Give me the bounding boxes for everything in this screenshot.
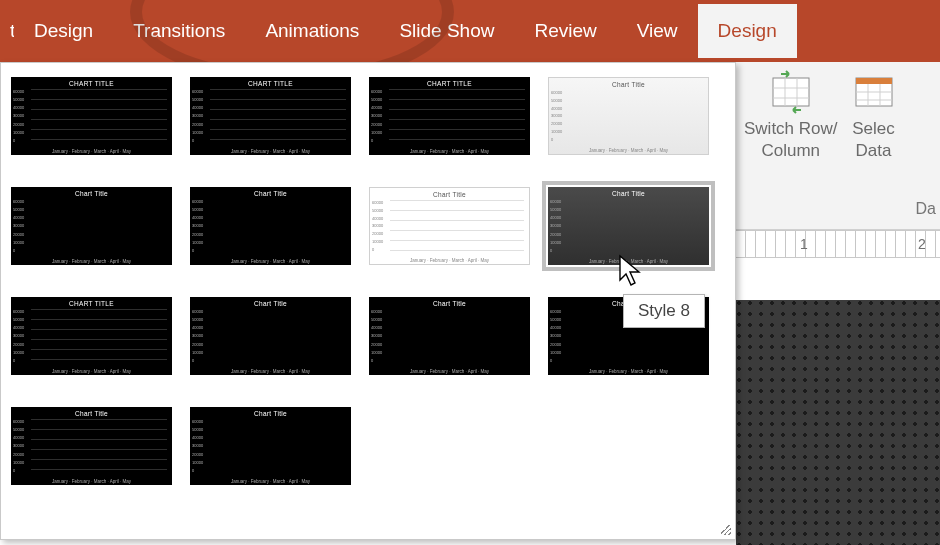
thumb-legend: January · February · March · April · May <box>549 148 708 153</box>
thumb-legend: January · February · March · April · May <box>190 479 351 484</box>
thumb-bars <box>568 309 704 363</box>
ruler-mark: 1 <box>800 236 808 252</box>
select-data-label-1: Selec <box>852 118 895 140</box>
thumb-bars <box>210 309 346 363</box>
chart-style-thumbnail[interactable]: Chart Title60000500004000030000200001000… <box>188 405 353 487</box>
thumb-title: Chart Title <box>370 191 529 198</box>
thumb-title: CHART TITLE <box>190 80 351 87</box>
thumb-title: CHART TITLE <box>369 80 530 87</box>
thumb-y-axis: 6000050000400003000020000100000 <box>192 89 203 143</box>
thumb-bars <box>210 89 346 143</box>
thumb-bars <box>389 309 525 363</box>
thumb-bars <box>210 419 346 473</box>
thumb-legend: January · February · March · April · May <box>548 259 709 264</box>
chart-style-thumbnail[interactable]: Chart Title60000500004000030000200001000… <box>546 295 711 377</box>
svg-rect-6 <box>856 78 892 84</box>
thumb-y-axis: 6000050000400003000020000100000 <box>551 90 562 142</box>
thumb-title: Chart Title <box>549 81 708 88</box>
svg-rect-0 <box>773 78 809 106</box>
thumb-bars <box>31 89 167 143</box>
chart-style-thumbnail[interactable]: Chart Title60000500004000030000200001000… <box>546 185 711 267</box>
thumb-y-axis: 6000050000400003000020000100000 <box>13 199 24 253</box>
chart-style-thumbnail[interactable]: Chart Title60000500004000030000200001000… <box>188 185 353 267</box>
thumb-bars <box>389 89 525 143</box>
chart-style-thumbnail[interactable]: CHART TITLE60000500004000030000200001000… <box>9 75 174 157</box>
thumb-y-axis: 6000050000400003000020000100000 <box>371 309 382 363</box>
chart-style-thumbnail[interactable]: Chart Title60000500004000030000200001000… <box>9 185 174 267</box>
thumb-title: Chart Title <box>190 300 351 307</box>
chart-style-thumbnail[interactable]: Chart Title60000500004000030000200001000… <box>9 405 174 487</box>
thumb-y-axis: 6000050000400003000020000100000 <box>13 419 24 473</box>
chart-styles-gallery: CHART TITLE60000500004000030000200001000… <box>0 62 736 540</box>
thumb-title: Chart Title <box>11 190 172 197</box>
thumb-legend: January · February · March · April · May <box>370 258 529 263</box>
thumb-title: CHART TITLE <box>11 300 172 307</box>
thumb-bars <box>569 90 703 142</box>
chart-style-thumbnail[interactable]: Chart Title60000500004000030000200001000… <box>188 295 353 377</box>
switch-row-column-button[interactable]: Switch Row/ Column <box>744 70 838 162</box>
thumb-title: Chart Title <box>190 190 351 197</box>
thumb-legend: January · February · March · April · May <box>369 369 530 374</box>
slide-area <box>736 300 940 545</box>
chart-style-thumbnail[interactable]: Chart Title60000500004000030000200001000… <box>546 75 711 157</box>
switch-row-column-icon <box>769 70 813 114</box>
thumb-bars <box>31 199 167 253</box>
thumb-bars <box>210 199 346 253</box>
thumb-title: Chart Title <box>11 410 172 417</box>
thumb-y-axis: 6000050000400003000020000100000 <box>550 199 561 253</box>
thumb-bars <box>390 200 524 252</box>
tab-transitions[interactable]: Transitions <box>113 4 245 58</box>
thumb-y-axis: 6000050000400003000020000100000 <box>192 419 203 473</box>
thumb-y-axis: 6000050000400003000020000100000 <box>372 200 383 252</box>
thumb-legend: January · February · March · April · May <box>190 149 351 154</box>
thumb-title: Chart Title <box>190 410 351 417</box>
chart-style-thumbnail[interactable]: Chart Title60000500004000030000200001000… <box>367 295 532 377</box>
switch-row-column-label-2: Column <box>761 140 820 162</box>
thumb-legend: January · February · March · April · May <box>11 149 172 154</box>
switch-row-column-label-1: Switch Row/ <box>744 118 838 140</box>
thumb-y-axis: 6000050000400003000020000100000 <box>192 199 203 253</box>
thumb-legend: January · February · March · April · May <box>11 259 172 264</box>
thumb-y-axis: 6000050000400003000020000100000 <box>550 309 561 363</box>
thumb-bars <box>31 309 167 363</box>
thumb-y-axis: 6000050000400003000020000100000 <box>13 89 24 143</box>
thumb-legend: January · February · March · April · May <box>190 259 351 264</box>
ribbon-tabs: t Design Transitions Animations Slide Sh… <box>0 0 940 62</box>
tab-review[interactable]: Review <box>514 4 616 58</box>
chart-style-thumbnail[interactable]: CHART TITLE60000500004000030000200001000… <box>9 295 174 377</box>
chart-style-thumbnail[interactable]: CHART TITLE60000500004000030000200001000… <box>367 75 532 157</box>
thumb-y-axis: 6000050000400003000020000100000 <box>192 309 203 363</box>
tab-view[interactable]: View <box>617 4 698 58</box>
tab-design-left[interactable]: Design <box>14 4 113 58</box>
thumb-legend: January · February · March · April · May <box>11 369 172 374</box>
resize-grip-icon[interactable] <box>721 525 731 535</box>
thumb-title: CHART TITLE <box>11 80 172 87</box>
thumb-title: Chart Title <box>548 300 709 307</box>
select-data-button[interactable]: Selec Data <box>852 70 896 162</box>
tab-animations[interactable]: Animations <box>245 4 379 58</box>
ruler: 1 2 <box>736 230 940 258</box>
ribbon-group-label: Da <box>744 200 940 218</box>
chart-style-thumbnail[interactable]: CHART TITLE60000500004000030000200001000… <box>188 75 353 157</box>
tab-slide-show[interactable]: Slide Show <box>379 4 514 58</box>
thumb-y-axis: 6000050000400003000020000100000 <box>13 309 24 363</box>
thumb-legend: January · February · March · April · May <box>190 369 351 374</box>
thumb-y-axis: 6000050000400003000020000100000 <box>371 89 382 143</box>
thumb-bars <box>31 419 167 473</box>
select-data-icon <box>852 70 896 114</box>
thumb-title: Chart Title <box>548 190 709 197</box>
thumb-legend: January · February · March · April · May <box>11 479 172 484</box>
thumb-legend: January · February · March · April · May <box>548 369 709 374</box>
thumb-legend: January · February · March · April · May <box>369 149 530 154</box>
select-data-label-2: Data <box>856 140 892 162</box>
ruler-mark: 2 <box>918 236 926 252</box>
thumb-bars <box>568 199 704 253</box>
chart-style-thumbnail[interactable]: Chart Title60000500004000030000200001000… <box>367 185 532 267</box>
tab-chart-design[interactable]: Design <box>698 4 797 58</box>
thumb-title: Chart Title <box>369 300 530 307</box>
